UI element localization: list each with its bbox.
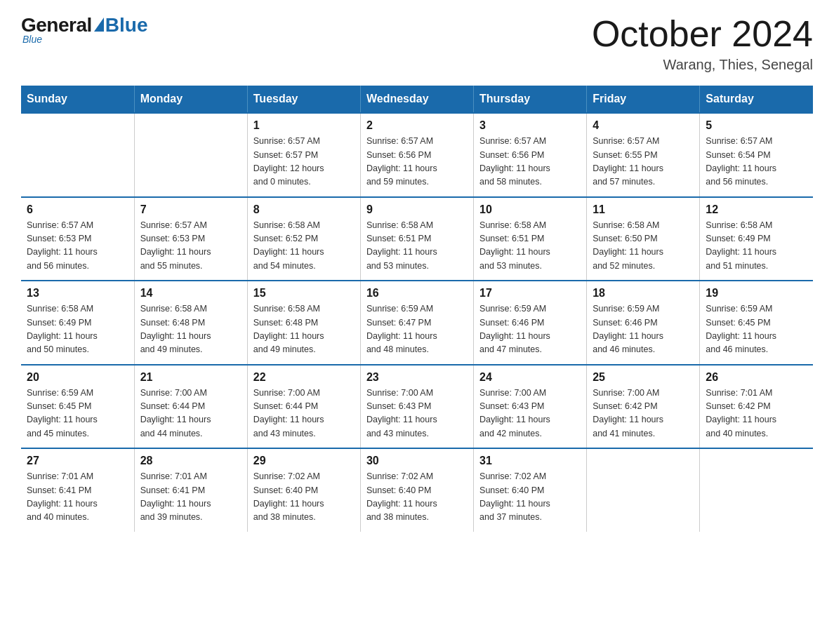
calendar-cell: 7Sunrise: 6:57 AMSunset: 6:53 PMDaylight… xyxy=(134,197,247,281)
day-number: 26 xyxy=(706,371,807,384)
calendar-cell xyxy=(134,113,247,197)
day-info: Sunrise: 6:58 AMSunset: 6:52 PMDaylight:… xyxy=(253,219,355,274)
week-row-0: 1Sunrise: 6:57 AMSunset: 6:57 PMDaylight… xyxy=(21,113,813,197)
day-info: Sunrise: 6:58 AMSunset: 6:51 PMDaylight:… xyxy=(479,219,581,274)
day-info: Sunrise: 6:58 AMSunset: 6:50 PMDaylight:… xyxy=(593,219,694,274)
calendar-cell: 8Sunrise: 6:58 AMSunset: 6:52 PMDaylight… xyxy=(247,197,360,281)
day-number: 4 xyxy=(593,119,694,132)
calendar-table: SundayMondayTuesdayWednesdayThursdayFrid… xyxy=(21,86,813,532)
day-info: Sunrise: 6:57 AMSunset: 6:56 PMDaylight:… xyxy=(479,135,581,189)
day-info: Sunrise: 6:57 AMSunset: 6:57 PMDaylight:… xyxy=(253,135,355,189)
page-header: General Blue Blue October 2024 Warang, T… xyxy=(21,14,813,73)
calendar-cell: 20Sunrise: 6:59 AMSunset: 6:45 PMDayligh… xyxy=(21,365,134,449)
header-cell-wednesday: Wednesday xyxy=(360,86,473,113)
day-number: 28 xyxy=(140,455,241,467)
calendar-cell: 28Sunrise: 7:01 AMSunset: 6:41 PMDayligh… xyxy=(134,448,247,532)
day-number: 5 xyxy=(706,119,807,132)
day-number: 6 xyxy=(27,203,128,216)
day-number: 15 xyxy=(253,287,355,300)
calendar-cell: 4Sunrise: 6:57 AMSunset: 6:55 PMDaylight… xyxy=(587,113,700,197)
logo-subtitle: Blue xyxy=(22,34,42,45)
day-number: 8 xyxy=(253,203,355,216)
day-number: 1 xyxy=(253,119,355,132)
calendar-cell: 30Sunrise: 7:02 AMSunset: 6:40 PMDayligh… xyxy=(360,448,473,532)
calendar-cell: 29Sunrise: 7:02 AMSunset: 6:40 PMDayligh… xyxy=(247,448,360,532)
week-row-3: 20Sunrise: 6:59 AMSunset: 6:45 PMDayligh… xyxy=(21,365,813,449)
calendar-body: 1Sunrise: 6:57 AMSunset: 6:57 PMDaylight… xyxy=(21,113,813,532)
calendar-cell: 6Sunrise: 6:57 AMSunset: 6:53 PMDaylight… xyxy=(21,197,134,281)
day-info: Sunrise: 6:59 AMSunset: 6:45 PMDaylight:… xyxy=(706,302,807,357)
header-row: SundayMondayTuesdayWednesdayThursdayFrid… xyxy=(21,86,813,113)
day-number: 27 xyxy=(27,455,128,467)
calendar-cell xyxy=(21,113,134,197)
day-info: Sunrise: 7:01 AMSunset: 6:41 PMDaylight:… xyxy=(27,470,128,525)
day-number: 29 xyxy=(253,455,355,467)
calendar-cell: 18Sunrise: 6:59 AMSunset: 6:46 PMDayligh… xyxy=(587,281,700,365)
header-cell-friday: Friday xyxy=(587,86,700,113)
calendar-header: SundayMondayTuesdayWednesdayThursdayFrid… xyxy=(21,86,813,113)
day-number: 19 xyxy=(706,287,807,300)
header-cell-saturday: Saturday xyxy=(700,86,813,113)
day-info: Sunrise: 7:01 AMSunset: 6:42 PMDaylight:… xyxy=(706,387,807,441)
calendar-cell: 10Sunrise: 6:58 AMSunset: 6:51 PMDayligh… xyxy=(474,197,587,281)
calendar-cell: 31Sunrise: 7:02 AMSunset: 6:40 PMDayligh… xyxy=(474,448,587,532)
calendar-cell: 15Sunrise: 6:58 AMSunset: 6:48 PMDayligh… xyxy=(247,281,360,365)
day-number: 18 xyxy=(593,287,694,300)
day-info: Sunrise: 6:59 AMSunset: 6:46 PMDaylight:… xyxy=(593,302,694,357)
day-info: Sunrise: 7:02 AMSunset: 6:40 PMDaylight:… xyxy=(253,470,355,525)
day-info: Sunrise: 6:58 AMSunset: 6:49 PMDaylight:… xyxy=(27,302,128,357)
header-cell-thursday: Thursday xyxy=(474,86,587,113)
calendar-cell: 3Sunrise: 6:57 AMSunset: 6:56 PMDaylight… xyxy=(474,113,587,197)
calendar-cell: 21Sunrise: 7:00 AMSunset: 6:44 PMDayligh… xyxy=(134,365,247,449)
day-number: 30 xyxy=(366,455,468,467)
day-number: 24 xyxy=(479,371,581,384)
calendar-cell: 23Sunrise: 7:00 AMSunset: 6:43 PMDayligh… xyxy=(360,365,473,449)
calendar-cell: 26Sunrise: 7:01 AMSunset: 6:42 PMDayligh… xyxy=(700,365,813,449)
day-number: 16 xyxy=(366,287,468,300)
calendar-cell: 19Sunrise: 6:59 AMSunset: 6:45 PMDayligh… xyxy=(700,281,813,365)
day-info: Sunrise: 6:58 AMSunset: 6:49 PMDaylight:… xyxy=(706,219,807,274)
header-cell-tuesday: Tuesday xyxy=(247,86,360,113)
month-title: October 2024 xyxy=(592,14,813,54)
day-number: 21 xyxy=(140,371,241,384)
week-row-2: 13Sunrise: 6:58 AMSunset: 6:49 PMDayligh… xyxy=(21,281,813,365)
day-number: 9 xyxy=(366,203,468,216)
day-info: Sunrise: 6:57 AMSunset: 6:54 PMDaylight:… xyxy=(706,135,807,189)
day-number: 20 xyxy=(27,371,128,384)
calendar-cell: 24Sunrise: 7:00 AMSunset: 6:43 PMDayligh… xyxy=(474,365,587,449)
calendar-cell xyxy=(700,448,813,532)
calendar-cell: 9Sunrise: 6:58 AMSunset: 6:51 PMDaylight… xyxy=(360,197,473,281)
calendar-cell: 22Sunrise: 7:00 AMSunset: 6:44 PMDayligh… xyxy=(247,365,360,449)
day-number: 31 xyxy=(479,455,581,467)
day-number: 3 xyxy=(479,119,581,132)
day-number: 23 xyxy=(366,371,468,384)
calendar-cell: 5Sunrise: 6:57 AMSunset: 6:54 PMDaylight… xyxy=(700,113,813,197)
calendar-cell: 25Sunrise: 7:00 AMSunset: 6:42 PMDayligh… xyxy=(587,365,700,449)
day-number: 22 xyxy=(253,371,355,384)
day-info: Sunrise: 7:02 AMSunset: 6:40 PMDaylight:… xyxy=(366,470,468,525)
day-number: 10 xyxy=(479,203,581,216)
day-info: Sunrise: 6:59 AMSunset: 6:45 PMDaylight:… xyxy=(27,387,128,441)
day-info: Sunrise: 6:59 AMSunset: 6:47 PMDaylight:… xyxy=(366,302,468,357)
calendar-cell: 1Sunrise: 6:57 AMSunset: 6:57 PMDaylight… xyxy=(247,113,360,197)
day-info: Sunrise: 7:00 AMSunset: 6:43 PMDaylight:… xyxy=(479,387,581,441)
calendar-cell: 2Sunrise: 6:57 AMSunset: 6:56 PMDaylight… xyxy=(360,113,473,197)
calendar-cell: 27Sunrise: 7:01 AMSunset: 6:41 PMDayligh… xyxy=(21,448,134,532)
header-cell-monday: Monday xyxy=(134,86,247,113)
calendar-cell: 11Sunrise: 6:58 AMSunset: 6:50 PMDayligh… xyxy=(587,197,700,281)
calendar-cell xyxy=(587,448,700,532)
calendar-cell: 17Sunrise: 6:59 AMSunset: 6:46 PMDayligh… xyxy=(474,281,587,365)
day-info: Sunrise: 6:58 AMSunset: 6:48 PMDaylight:… xyxy=(140,302,241,357)
day-info: Sunrise: 6:57 AMSunset: 6:53 PMDaylight:… xyxy=(140,219,241,274)
day-number: 2 xyxy=(366,119,468,132)
logo: General Blue Blue xyxy=(21,14,147,45)
calendar-cell: 14Sunrise: 6:58 AMSunset: 6:48 PMDayligh… xyxy=(134,281,247,365)
day-info: Sunrise: 7:02 AMSunset: 6:40 PMDaylight:… xyxy=(479,470,581,525)
calendar-cell: 16Sunrise: 6:59 AMSunset: 6:47 PMDayligh… xyxy=(360,281,473,365)
location-subtitle: Warang, Thies, Senegal xyxy=(592,57,813,73)
day-info: Sunrise: 6:57 AMSunset: 6:56 PMDaylight:… xyxy=(366,135,468,189)
day-number: 7 xyxy=(140,203,241,216)
title-block: October 2024 Warang, Thies, Senegal xyxy=(592,14,813,73)
day-info: Sunrise: 7:01 AMSunset: 6:41 PMDaylight:… xyxy=(140,470,241,525)
logo-blue-text: Blue xyxy=(105,14,148,36)
